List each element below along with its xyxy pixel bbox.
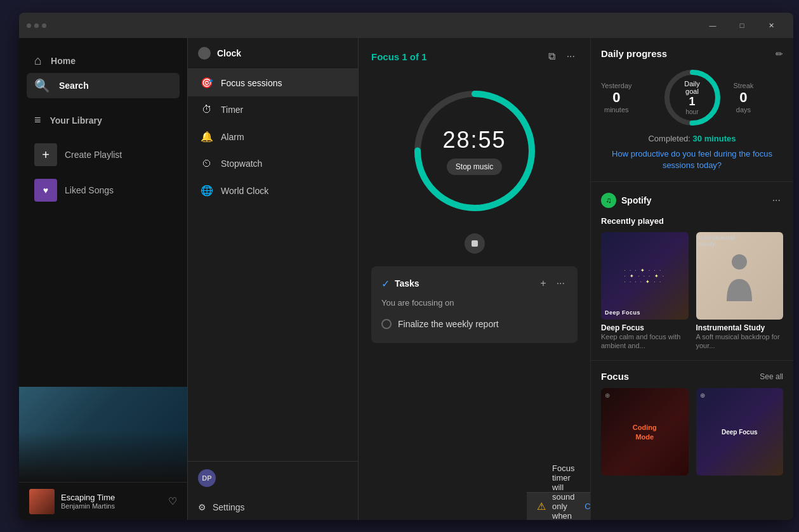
focus-album-deep-focus[interactable]: ⊕ Deep Focus xyxy=(696,388,784,479)
search-icon: 🔍 xyxy=(34,78,50,93)
focus-number: 1 xyxy=(402,51,407,62)
album-grid: · · · ✦ · · ·· ✦ · · · ✦ ·· · · · ✦ · · … xyxy=(601,232,783,350)
focus-section-header: Focus See all xyxy=(601,371,783,382)
focus-of: of 1 xyxy=(407,51,427,62)
clock-header: Clock xyxy=(188,38,358,69)
spotify-player: Escaping Time Benjamin Martins ♡ xyxy=(19,482,187,520)
focus-album-grid: ⊕ CodingMode ⊕ Deep Focus xyxy=(601,388,783,479)
player-title: Escaping Time xyxy=(61,493,162,502)
deep-focus-album-desc: Keep calm and focus with ambient and... xyxy=(601,332,689,351)
more-options-button[interactable]: ··· xyxy=(564,48,578,65)
deep-focus-2-thumb: ⊕ Deep Focus xyxy=(696,388,784,476)
settings-label: Settings xyxy=(213,502,245,512)
yesterday-label: Yesterday xyxy=(601,82,632,89)
focus-word: Focus xyxy=(371,51,402,62)
clock-nav-world-clock[interactable]: 🌐 World Clock xyxy=(188,177,358,204)
sidebar-item-search[interactable]: 🔍 Search xyxy=(27,73,180,98)
settings-row[interactable]: ⚙ Settings xyxy=(188,495,358,520)
tasks-title: Tasks xyxy=(395,278,419,289)
clock-sidebar: Clock 🎯 Focus sessions ⏱ Timer 🔔 Alarm ⏲ xyxy=(187,38,359,520)
album-card-instrumental[interactable]: InstrumentalStudy Instrumental Study A s… xyxy=(696,232,784,350)
deep-focus-thumb: · · · ✦ · · ·· ✦ · · · ✦ ·· · · · ✦ · · … xyxy=(601,232,689,320)
svg-point-0 xyxy=(732,254,747,269)
clock-nav-timer[interactable]: ⏱ Timer xyxy=(188,96,358,123)
tasks-title-row: ✓ Tasks xyxy=(381,278,419,290)
productivity-question-link[interactable]: How productive do you feel during the fo… xyxy=(601,148,783,171)
stop-music-button[interactable]: Stop music xyxy=(447,159,502,175)
spotify-library: ≡ Your Library + Create Playlist ♥ Liked… xyxy=(19,103,187,211)
tasks-more-button[interactable]: ··· xyxy=(554,275,567,292)
progress-content: Yesterday 0 minutes Daily goal 1 xyxy=(601,69,783,126)
player-album-art xyxy=(29,489,55,514)
library-icon: ≡ xyxy=(34,114,41,127)
deep-focus-2-text: Deep Focus xyxy=(722,429,758,436)
focus-section: Focus See all ⊕ CodingMode ⊕ Deep Focus xyxy=(591,361,793,490)
task-item: Finalize the weekly report xyxy=(381,314,567,334)
timer-container: 28:55 Stop music xyxy=(371,75,578,260)
world-clock-label: World Clock xyxy=(221,186,268,196)
create-playlist-icon: + xyxy=(34,143,57,166)
instrumental-album-title: Instrumental Study xyxy=(696,323,784,332)
library-header[interactable]: ≡ Your Library xyxy=(27,108,180,132)
stopwatch-label: Stopwatch xyxy=(221,159,262,169)
clock-nav-alarm[interactable]: 🔔 Alarm xyxy=(188,123,358,150)
notification-bar: ⚠ Focus timer will sound only when your … xyxy=(527,492,590,520)
clock-nav-stopwatch[interactable]: ⏲ Stopwatch xyxy=(188,150,358,177)
add-task-button[interactable]: + xyxy=(538,275,548,292)
timer-display: 28:55 Stop music xyxy=(442,127,506,175)
daily-progress-header: Daily progress ✏ xyxy=(601,48,783,59)
see-all-link[interactable]: See all xyxy=(760,372,783,381)
titlebar-controls: — □ ✕ xyxy=(698,15,786,36)
focus-album-coding-mode[interactable]: ⊕ CodingMode xyxy=(601,388,689,479)
spotify-sidebar: ⌂ Home 🔍 Search ≡ Your Library + Create … xyxy=(19,38,187,520)
settings-icon: ⚙ xyxy=(198,502,206,512)
streak-unit: days xyxy=(734,106,754,114)
daily-goal-unit: hour xyxy=(678,108,706,115)
streak-value: 0 xyxy=(734,89,754,106)
album-card-deep-focus[interactable]: · · · ✦ · · ·· ✦ · · · ✦ ·· · · · ✦ · · … xyxy=(601,232,689,350)
clock-app-icon xyxy=(198,47,211,60)
minimize-button[interactable]: — xyxy=(698,15,727,36)
timer-time: 28:55 xyxy=(442,127,506,153)
clock-nav: 🎯 Focus sessions ⏱ Timer 🔔 Alarm ⏲ Stopw… xyxy=(188,69,358,204)
daily-progress-title: Daily progress xyxy=(601,48,667,59)
sidebar-item-liked-songs[interactable]: ♥ Liked Songs xyxy=(27,172,180,208)
sidebar-item-create-playlist[interactable]: + Create Playlist xyxy=(27,137,180,172)
focus-section-title: Focus xyxy=(601,371,629,382)
home-icon: ⌂ xyxy=(34,53,42,68)
close-button[interactable]: ✕ xyxy=(756,15,786,36)
spotify-more-button[interactable]: ··· xyxy=(770,192,783,209)
heart-icon[interactable]: ♡ xyxy=(168,495,177,507)
timer-label: Timer xyxy=(221,105,243,115)
stars-decoration: · · · ✦ · · ·· ✦ · · · ✦ ·· · · · ✦ · · xyxy=(601,232,689,320)
change-power-settings-link[interactable]: Change power settings xyxy=(584,502,590,511)
stopwatch-icon: ⏲ xyxy=(201,158,213,169)
coding-mode-thumb: ⊕ CodingMode xyxy=(601,388,689,476)
stop-session-button[interactable] xyxy=(465,233,485,254)
stop-icon xyxy=(472,240,478,247)
streak-stat: Streak 0 days xyxy=(734,82,754,114)
edit-icon[interactable]: ✏ xyxy=(776,49,783,59)
maximize-button[interactable]: □ xyxy=(727,15,756,36)
tasks-check-icon: ✓ xyxy=(381,278,390,290)
clock-nav-focus-sessions[interactable]: 🎯 Focus sessions xyxy=(188,69,358,96)
daily-goal-value: 1 xyxy=(678,95,706,108)
titlebar-dot-3 xyxy=(42,23,46,28)
resize-button[interactable]: ⧉ xyxy=(546,48,558,65)
avatar-row: DP xyxy=(188,462,358,495)
notification-text: Focus timer will sound only when your PC… xyxy=(552,464,578,520)
focus-header: Focus 1 of 1 ⧉ ··· xyxy=(371,48,578,65)
titlebar-dot-1 xyxy=(27,23,31,28)
clock-header-title: Clock xyxy=(217,48,241,58)
main-layout: ⌂ Home 🔍 Search ≡ Your Library + Create … xyxy=(19,38,793,520)
coding-corner-icon: ⊕ xyxy=(605,392,610,399)
search-label: Search xyxy=(59,81,89,91)
deep2-corner-icon: ⊕ xyxy=(700,392,705,399)
user-avatar: DP xyxy=(198,469,216,487)
completed-prefix: Completed: xyxy=(648,134,690,143)
titlebar: — □ ✕ xyxy=(19,13,793,38)
task-checkbox[interactable] xyxy=(381,319,392,329)
sidebar-item-home[interactable]: ⌂ Home xyxy=(27,48,180,73)
tasks-section: ✓ Tasks + ··· You are focusing on Finali… xyxy=(371,266,578,343)
alarm-icon: 🔔 xyxy=(201,131,213,143)
